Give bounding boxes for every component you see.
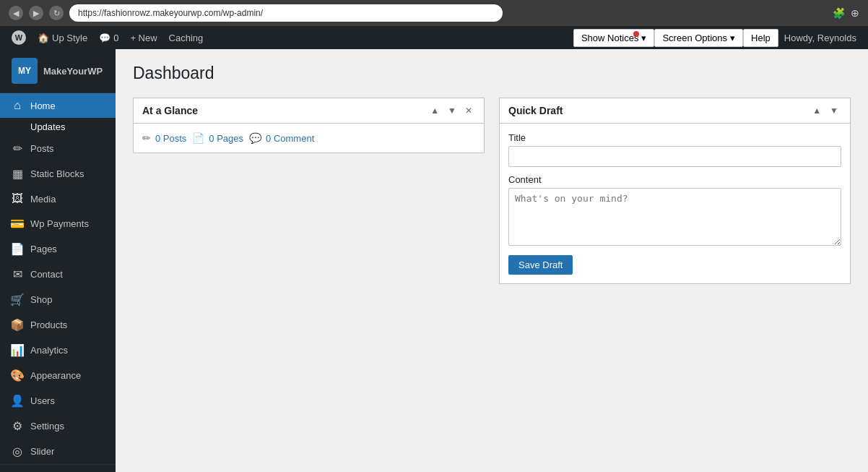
help-button[interactable]: Help: [743, 29, 778, 47]
sidebar-item-label: Users: [30, 395, 55, 406]
sidebar-item-contact[interactable]: ✉ Contact: [0, 262, 116, 287]
dashboard-widgets: At a Glance ▲ ▼ ✕ ✏ 0 Posts: [133, 98, 851, 458]
extensions-button[interactable]: 🧩: [833, 7, 845, 19]
sidebar-item-home[interactable]: ⌂ Home: [0, 93, 116, 118]
sidebar-item-label: Settings: [30, 421, 64, 432]
sidebar-item-appearance[interactable]: 🎨 Appearance: [0, 363, 116, 388]
sidebar-item-users[interactable]: 👤 Users: [0, 388, 116, 413]
notice-dot: [633, 31, 639, 37]
address-bar[interactable]: https://fashionrowz.makeyourwp.com/wp-ad…: [69, 4, 503, 22]
static-blocks-icon: ▦: [10, 167, 25, 181]
wp-logo: W: [12, 30, 26, 45]
refresh-button[interactable]: ↻: [49, 6, 64, 20]
comments-item[interactable]: 💬 0: [93, 26, 124, 49]
media-icon: 🖼: [10, 192, 25, 205]
screen-options-label: Screen Options: [662, 33, 727, 43]
appearance-icon: 🎨: [10, 369, 25, 382]
new-label: + New: [130, 33, 157, 43]
at-glance-comments-icon: 💬: [249, 132, 261, 144]
home-icon: ⌂: [10, 99, 25, 112]
collapse-menu-button[interactable]: « Collapse menu: [0, 464, 116, 472]
widget-at-glance-header: At a Glance ▲ ▼ ✕: [134, 98, 484, 124]
sidebar-item-products[interactable]: 📦 Products: [0, 312, 116, 338]
at-glance-comments-count: 0 Comment: [266, 133, 314, 144]
draft-title-input[interactable]: [508, 146, 841, 167]
screen-options-button[interactable]: Screen Options ▾: [654, 29, 743, 47]
widget-quick-draft-body: Title Content Save Draft: [500, 124, 850, 283]
page-header: Dashboard: [133, 64, 851, 83]
widget-collapse-up-button[interactable]: ▲: [428, 104, 442, 117]
page-title: Dashboard: [133, 64, 214, 83]
pages-icon: 📄: [10, 242, 25, 256]
sidebar-item-label: Products: [30, 319, 67, 330]
slider-icon: ◎: [10, 445, 25, 458]
screen-options-chevron: ▾: [730, 33, 735, 43]
wp-logo-item[interactable]: W: [6, 26, 32, 49]
sidebar-updates-label: Updates: [30, 121, 65, 132]
sidebar-item-label: Analytics: [30, 345, 68, 356]
quick-draft-collapse-down-button[interactable]: ▼: [827, 104, 841, 117]
quick-draft-form: Title Content Save Draft: [508, 132, 841, 275]
sidebar-logo-area[interactable]: MY MakeYourWP: [0, 49, 116, 93]
analytics-icon: 📊: [10, 343, 25, 357]
sidebar-item-label: Pages: [30, 244, 57, 254]
at-glance-posts-icon: ✏: [142, 132, 151, 144]
products-icon: 📦: [10, 318, 25, 332]
sidebar-item-slider[interactable]: ◎ Slider: [0, 439, 116, 464]
forward-button[interactable]: ▶: [29, 6, 43, 20]
sidebar-item-posts[interactable]: ✏ Posts: [0, 136, 116, 161]
sidebar-item-wp-payments[interactable]: 💳 Wp Payments: [0, 211, 116, 236]
at-glance-pages-icon: 📄: [192, 132, 204, 144]
wp-layout: MY MakeYourWP ⌂ Home Updates ✏ Posts ▦ S…: [0, 49, 868, 472]
help-label: Help: [751, 33, 771, 43]
comment-icon: 💬: [99, 33, 110, 43]
quick-draft-collapse-up-button[interactable]: ▲: [810, 104, 824, 117]
at-glance-pages[interactable]: 📄 0 Pages: [192, 132, 243, 144]
back-button[interactable]: ◀: [9, 6, 23, 20]
sidebar-item-analytics[interactable]: 📊 Analytics: [0, 338, 116, 363]
content-field-group: Content: [508, 174, 841, 248]
howdy-text: Howdy, Reynolds: [778, 33, 862, 43]
save-draft-button[interactable]: Save Draft: [508, 255, 573, 275]
widget-collapse-down-button[interactable]: ▼: [445, 104, 459, 117]
profile-button[interactable]: ⊕: [851, 7, 859, 19]
sidebar-item-settings[interactable]: ⚙ Settings: [0, 413, 116, 439]
settings-icon: ⚙: [10, 419, 25, 433]
title-field-label: Title: [508, 132, 841, 143]
site-name-icon: 🏠: [38, 33, 49, 43]
title-field-group: Title: [508, 132, 841, 167]
sidebar-item-label: Slider: [30, 446, 54, 457]
new-content-item[interactable]: + New: [124, 26, 162, 49]
quick-draft-controls: ▲ ▼: [810, 104, 841, 117]
widget-column-right: Quick Draft ▲ ▼ Title: [499, 98, 851, 458]
widget-close-button[interactable]: ✕: [462, 104, 475, 117]
widget-quick-draft-header: Quick Draft ▲ ▼: [500, 98, 850, 124]
caching-label: Caching: [169, 33, 204, 43]
comment-count: 0: [113, 33, 118, 43]
sidebar-subitem-updates[interactable]: Updates: [0, 118, 116, 136]
draft-content-textarea[interactable]: [508, 188, 841, 246]
sidebar-item-label: Contact: [30, 269, 63, 280]
sidebar-logo: MY: [12, 58, 38, 84]
sidebar-item-shop[interactable]: 🛒 Shop: [0, 287, 116, 312]
wp-main: Dashboard At a Glance ▲ ▼ ✕: [116, 49, 868, 472]
page-title-area: Dashboard: [133, 64, 214, 83]
sidebar-item-label: Shop: [30, 294, 52, 305]
site-name-item[interactable]: 🏠 Up Style: [32, 26, 93, 49]
admin-bar-right: Show Notices ▾ Screen Options ▾ Help How…: [573, 29, 862, 47]
widget-at-glance-title: At a Glance: [142, 105, 198, 116]
sidebar-item-pages[interactable]: 📄 Pages: [0, 236, 116, 262]
sidebar-item-label: Static Blocks: [30, 168, 84, 179]
shop-icon: 🛒: [10, 293, 25, 306]
caching-item[interactable]: Caching: [163, 26, 209, 49]
at-glance-posts-count: 0 Posts: [155, 133, 186, 144]
show-notices-button[interactable]: Show Notices ▾: [573, 29, 654, 47]
at-glance-comments[interactable]: 💬 0 Comment: [249, 132, 314, 144]
show-notices-chevron: ▾: [641, 33, 646, 43]
at-glance-posts[interactable]: ✏ 0 Posts: [142, 132, 186, 144]
save-draft-label: Save Draft: [518, 259, 563, 270]
sidebar-item-media[interactable]: 🖼 Media: [0, 186, 116, 211]
site-name-text: Up Style: [52, 33, 87, 43]
show-notices-label: Show Notices: [581, 33, 638, 43]
sidebar-item-static-blocks[interactable]: ▦ Static Blocks: [0, 161, 116, 186]
